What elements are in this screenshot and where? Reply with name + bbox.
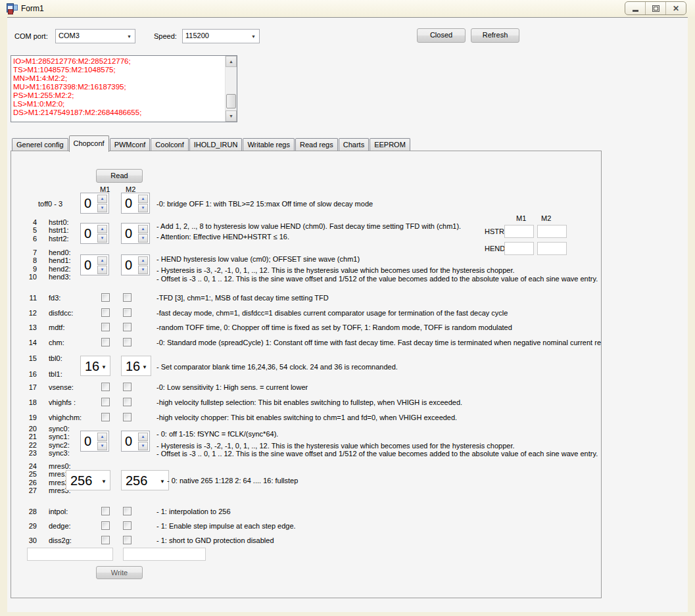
spinner-m2-hstrt0[interactable]: 0▲▼ (121, 223, 150, 244)
row-description-intpol: - 1: interpolation to 256 (156, 508, 231, 515)
read-button[interactable]: Read (96, 169, 143, 183)
row-description-fd3: -TFD [3], chm=1:, MSB of fast decay time… (156, 294, 329, 302)
checkbox-m2-diss2g[interactable] (123, 536, 132, 544)
spin-up-icon[interactable]: ▲ (138, 433, 148, 441)
checkbox-m1-dedge[interactable] (101, 521, 110, 530)
com-port-label: COM port: (14, 32, 48, 40)
row-number: 22 (20, 441, 37, 449)
tab-charts[interactable]: Charts (339, 138, 369, 151)
tab-pwmconf[interactable]: PWMconf (110, 138, 151, 151)
vertical-scrollbar[interactable]: ▲ ▼ (225, 56, 237, 122)
title-bar[interactable]: Form1 ✕ (0, 0, 695, 17)
spin-down-icon[interactable]: ▼ (138, 234, 148, 243)
combo-m2-tbl0[interactable]: 16▼ (121, 356, 151, 376)
checkbox-m1-diss2g[interactable] (101, 536, 110, 544)
row-number: 15 (20, 354, 37, 362)
checkbox-m2-vsense[interactable] (123, 383, 132, 391)
spin-down-icon[interactable]: ▼ (97, 204, 107, 212)
chevron-down-icon: ▼ (142, 364, 147, 370)
row-label-tbl0: tbl0: (49, 354, 62, 362)
spin-down-icon[interactable]: ▼ (138, 266, 148, 274)
row-label-sync0: sync1: (49, 433, 70, 440)
closed-button[interactable]: Closed (417, 28, 466, 43)
com-port-select[interactable]: COM3▼ (55, 29, 135, 43)
checkbox-m2-fd3[interactable] (123, 293, 132, 302)
tab-chopconf[interactable]: Chopconf (69, 135, 109, 152)
combo-m1-tbl0[interactable]: 16▼ (80, 356, 110, 376)
spin-up-icon[interactable]: ▲ (97, 225, 107, 233)
combo-m2-mres0[interactable]: 256▼ (121, 470, 169, 490)
scroll-up-button[interactable]: ▲ (226, 56, 237, 67)
spin-down-icon[interactable]: ▼ (97, 442, 107, 450)
row-number: 30 (20, 536, 37, 544)
spinner-m2-sync0[interactable]: 0▲▼ (121, 431, 150, 452)
spinner-m1-toff03[interactable]: 0▲▼ (80, 193, 109, 214)
spin-up-icon[interactable]: ▲ (97, 195, 107, 203)
spin-up-icon[interactable]: ▲ (138, 256, 148, 265)
row-label-chm: chm: (49, 339, 64, 346)
checkbox-m2-vhighchm[interactable] (123, 413, 132, 421)
checkbox-m2-intpol[interactable] (123, 507, 132, 515)
tab-eeprom[interactable]: EEPROM (370, 138, 410, 151)
tab-read-regs[interactable]: Read regs (295, 138, 338, 151)
row-description-dedge: - 1: Enable step impulse at each step ed… (156, 522, 296, 530)
tab-ihold-irun[interactable]: IHOLD_IRUN (189, 138, 243, 151)
checkbox-m2-dedge[interactable] (123, 521, 132, 530)
checkbox-m1-fd3[interactable] (101, 293, 110, 302)
tab-coolconf[interactable]: Coolconf (151, 138, 188, 151)
close-button[interactable]: ✕ (666, 2, 686, 14)
form-icon (7, 3, 17, 13)
maximize-button[interactable] (646, 2, 666, 14)
refresh-button[interactable]: Refresh (471, 28, 519, 43)
row-number: 18 (20, 398, 37, 406)
row-number: 11 (20, 294, 37, 302)
spinner-m2-hend0[interactable]: 0▲▼ (121, 254, 150, 275)
row-description-chm: -0: Standard mode (spreadCycle) 1: Const… (156, 339, 601, 346)
row-number: 8 (20, 256, 37, 264)
checkbox-m1-mdtf[interactable] (101, 323, 110, 331)
spin-up-icon[interactable]: ▲ (138, 195, 148, 203)
checkbox-m1-vhighfs[interactable] (101, 398, 110, 406)
checkbox-m1-vsense[interactable] (101, 383, 110, 391)
combo-value: 256 (70, 473, 92, 488)
speed-select[interactable]: 115200▼ (182, 29, 260, 43)
spin-down-icon[interactable]: ▼ (138, 204, 148, 212)
spinner-m2-toff03[interactable]: 0▲▼ (121, 193, 150, 214)
spin-down-icon[interactable]: ▼ (97, 266, 107, 274)
checkbox-m1-intpol[interactable] (101, 507, 110, 515)
hend-m2-readout[interactable] (537, 242, 567, 255)
combo-value: 16 (85, 358, 99, 374)
m1-write-field[interactable] (27, 548, 113, 561)
spin-up-icon[interactable]: ▲ (97, 433, 107, 441)
tab-generel-config[interactable]: Generel config (12, 138, 68, 151)
hstrt-m2-readout[interactable] (537, 225, 567, 238)
spin-down-icon[interactable]: ▼ (97, 234, 107, 243)
serial-log-textbox[interactable]: IO>M1:285212776:M2:285212776;TS>M1:10485… (11, 55, 237, 122)
row-description-hend0: - Hysteresis is -3, -2, -1, 0, 1, .., 12… (156, 266, 515, 274)
spin-down-icon[interactable]: ▼ (138, 442, 148, 450)
checkbox-m2-mdtf[interactable] (123, 323, 132, 331)
spinner-m1-hstrt0[interactable]: 0▲▼ (80, 223, 109, 244)
checkbox-m1-disfdcc[interactable] (101, 308, 110, 317)
checkbox-m2-vhighfs[interactable] (123, 398, 132, 406)
checkbox-m1-chm[interactable] (101, 338, 110, 346)
combo-m1-mres0[interactable]: 256▼ (66, 470, 110, 490)
spin-up-icon[interactable]: ▲ (138, 225, 148, 233)
checkbox-m2-disfdcc[interactable] (123, 308, 132, 317)
row-number: 21 (20, 433, 37, 440)
scrollbar-thumb[interactable] (226, 94, 236, 108)
hstrt-m1-readout[interactable] (504, 225, 534, 238)
tab-writable-regs[interactable]: Writable regs (243, 138, 295, 151)
spinner-m1-hend0[interactable]: 0▲▼ (80, 254, 109, 275)
write-button[interactable]: Write (96, 566, 143, 579)
spin-up-icon[interactable]: ▲ (97, 256, 107, 265)
checkbox-m1-vhighchm[interactable] (101, 413, 110, 421)
hend-m1-readout[interactable] (504, 242, 534, 255)
scroll-down-button[interactable]: ▼ (226, 110, 237, 122)
row-number: 9 (20, 265, 37, 273)
spinner-value: 0 (125, 225, 132, 241)
m2-write-field[interactable] (123, 548, 206, 561)
minimize-button[interactable] (625, 2, 646, 14)
checkbox-m2-chm[interactable] (123, 338, 132, 346)
spinner-m1-sync0[interactable]: 0▲▼ (80, 431, 109, 452)
